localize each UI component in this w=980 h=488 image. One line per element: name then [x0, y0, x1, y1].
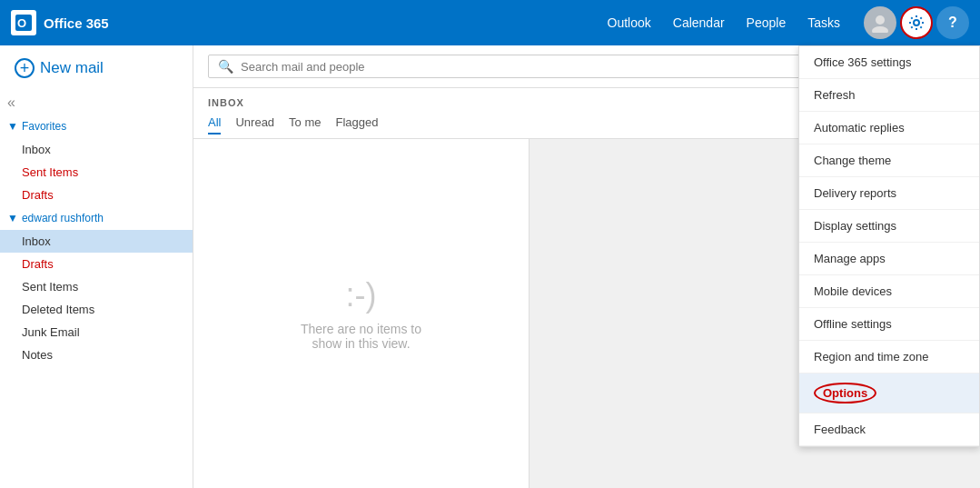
account-arrow-icon: ▼	[7, 212, 18, 224]
office-logo-icon: O	[11, 10, 36, 35]
account-header[interactable]: ▼ edward rushforth	[0, 206, 193, 230]
nav-icons: ?	[864, 6, 969, 39]
sidebar-collapse-button[interactable]: «	[0, 91, 193, 115]
dropdown-item-4[interactable]: Delivery reports	[799, 177, 979, 210]
sidebar-item-drafts[interactable]: Drafts	[0, 253, 193, 275]
options-circle-label: Options	[814, 383, 876, 403]
office-logo[interactable]: O Office 365	[11, 10, 109, 35]
nav-tasks[interactable]: Tasks	[798, 10, 849, 35]
office-logo-text: Office 365	[44, 15, 109, 31]
svg-point-3	[872, 26, 888, 33]
help-button[interactable]: ?	[936, 6, 969, 39]
settings-gear-button[interactable]	[900, 6, 933, 39]
favorites-arrow-icon: ▼	[7, 120, 18, 133]
favorites-label: Favorites	[22, 120, 66, 133]
sidebar-item-junk[interactable]: Junk Email	[0, 321, 193, 344]
nav-links: Outlook Calendar People Tasks	[599, 10, 849, 35]
dropdown-item-8[interactable]: Offline settings	[799, 308, 979, 341]
content-area: 🔍 INBOX CONVERSATIONS BY DATE ▼ All Unre…	[193, 45, 980, 488]
svg-point-2	[876, 15, 885, 25]
new-mail-label: New mail	[40, 59, 104, 77]
main-layout: + New mail « ▼ Favorites Inbox Sent Item…	[0, 45, 980, 488]
dropdown-item-9[interactable]: Region and time zone	[799, 341, 979, 373]
help-icon: ?	[948, 15, 957, 31]
sidebar: + New mail « ▼ Favorites Inbox Sent Item…	[0, 45, 193, 488]
avatar-button[interactable]	[864, 6, 896, 39]
dropdown-item-11[interactable]: Feedback	[799, 413, 979, 446]
sidebar-item-sent[interactable]: Sent Items	[0, 275, 193, 298]
sidebar-item-notes[interactable]: Notes	[0, 344, 193, 366]
dropdown-item-0[interactable]: Office 365 settings	[799, 46, 979, 79]
account-label: edward rushforth	[22, 212, 104, 224]
sidebar-item-inbox[interactable]: Inbox	[0, 230, 193, 253]
svg-point-4	[914, 20, 919, 25]
nav-people[interactable]: People	[737, 10, 796, 35]
settings-dropdown: Office 365 settings Refresh Automatic re…	[798, 45, 980, 447]
dropdown-item-3[interactable]: Change theme	[799, 144, 979, 177]
sidebar-item-favorites-drafts[interactable]: Drafts	[0, 184, 193, 206]
nav-outlook[interactable]: Outlook	[599, 10, 660, 35]
sidebar-item-favorites-inbox[interactable]: Inbox	[0, 138, 193, 161]
dropdown-item-options[interactable]: Options	[799, 373, 979, 413]
dropdown-item-1[interactable]: Refresh	[799, 79, 979, 112]
svg-text:O: O	[17, 16, 26, 30]
sidebar-item-favorites-sent[interactable]: Sent Items	[0, 161, 193, 184]
nav-calendar[interactable]: Calendar	[664, 10, 734, 35]
new-mail-plus-icon: +	[15, 58, 35, 78]
dropdown-item-7[interactable]: Mobile devices	[799, 275, 979, 308]
dropdown-item-5[interactable]: Display settings	[799, 210, 979, 243]
dropdown-item-2[interactable]: Automatic replies	[799, 112, 979, 144]
new-mail-button[interactable]: + New mail	[0, 45, 193, 91]
sidebar-item-deleted[interactable]: Deleted Items	[0, 298, 193, 321]
favorites-header[interactable]: ▼ Favorites	[0, 115, 193, 138]
top-nav: O Office 365 Outlook Calendar People Tas…	[0, 0, 980, 45]
dropdown-item-6[interactable]: Manage apps	[799, 243, 979, 275]
